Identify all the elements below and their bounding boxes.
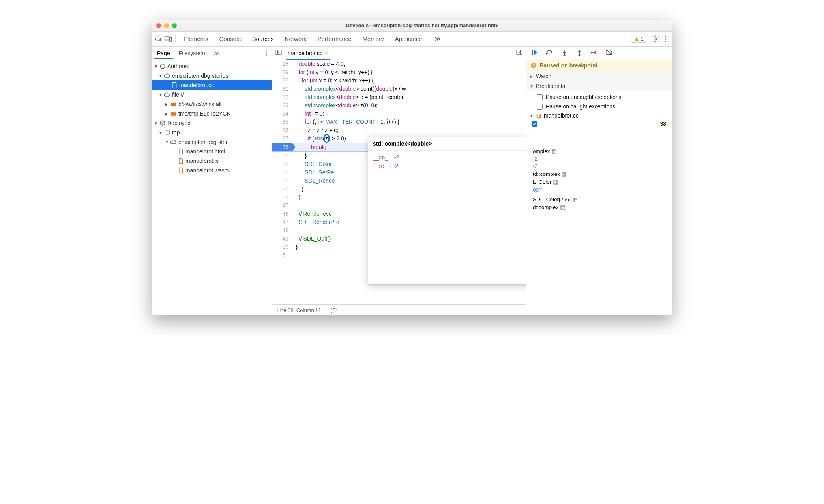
file-tree[interactable]: ▼Authored ▼emscripten-dbg-stories mandel… bbox=[152, 60, 272, 177]
scope-section: omplex ▦-2-2td::complex ▦L_Color ▦00⬚SDL… bbox=[526, 131, 672, 315]
tree-host[interactable]: ▼emscripten-dbg-stor bbox=[152, 137, 272, 147]
device-icon[interactable] bbox=[164, 35, 172, 43]
editor-tab-mandelbrot[interactable]: mandelbrot.cc× bbox=[286, 47, 330, 60]
svg-point-5 bbox=[665, 38, 666, 39]
resume-button[interactable] bbox=[530, 49, 538, 58]
svg-rect-1 bbox=[165, 37, 169, 40]
breakpoint-file[interactable]: ▼mandelbrot.cc bbox=[530, 111, 669, 120]
editor-tabs: mandelbrot.cc× bbox=[272, 47, 526, 60]
step-into-button[interactable] bbox=[560, 49, 568, 58]
main-panes: Page Filesystem ≫ ⋮ ▼Authored ▼emscripte… bbox=[152, 47, 672, 315]
more-icon[interactable] bbox=[661, 35, 669, 43]
titlebar: DevTools - emscripten-dbg-stories.netlif… bbox=[152, 20, 672, 32]
debugger-pane: Paused on breakpoint ▶Watch ▼Breakpoints… bbox=[526, 47, 672, 315]
tree-file-mandelbrot-cc[interactable]: mandelbrot.cc bbox=[152, 80, 272, 90]
tree-file-html[interactable]: mandelbrot.html bbox=[152, 147, 272, 156]
svg-rect-2 bbox=[169, 37, 171, 41]
tab-application[interactable]: Application bbox=[390, 32, 429, 45]
svg-point-14 bbox=[591, 52, 592, 53]
step-button[interactable] bbox=[590, 49, 598, 58]
svg-rect-17 bbox=[533, 67, 534, 67]
tab-console[interactable]: Console bbox=[215, 32, 246, 45]
step-over-button[interactable] bbox=[545, 49, 553, 58]
status-extra: (Fr bbox=[331, 307, 337, 313]
tree-project[interactable]: ▼emscripten-dbg-stories bbox=[152, 71, 272, 80]
watch-section[interactable]: ▶Watch bbox=[526, 71, 672, 81]
subtabs-overflow[interactable]: ≫ bbox=[211, 48, 223, 59]
svg-point-11 bbox=[546, 53, 547, 54]
hover-popup: std::complex<double> __im_: -2__re_: -2 bbox=[368, 137, 526, 285]
svg-point-3 bbox=[655, 38, 657, 40]
devtools-window: DevTools - emscripten-dbg-stories.netlif… bbox=[152, 20, 672, 315]
settings-icon[interactable] bbox=[652, 35, 660, 43]
close-tab-icon[interactable]: × bbox=[325, 50, 328, 56]
paused-banner: Paused on breakpoint bbox=[526, 60, 672, 71]
tree-folder-2[interactable]: ▶tmp/tmp.ELcTq2YGN bbox=[152, 109, 272, 118]
navigator-pane: Page Filesystem ≫ ⋮ ▼Authored ▼emscripte… bbox=[152, 47, 272, 315]
svg-rect-10 bbox=[532, 50, 533, 55]
tab-memory[interactable]: Memory bbox=[358, 32, 389, 45]
tree-authored[interactable]: ▼Authored bbox=[152, 62, 272, 71]
pause-uncaught-checkbox[interactable]: Pause on uncaught exceptions bbox=[530, 92, 669, 102]
editor-pane: mandelbrot.cc× 28 double scale = 4.0;29 … bbox=[272, 47, 526, 315]
tree-top[interactable]: ▼top bbox=[152, 128, 272, 137]
tree-file-js[interactable]: mandelbrot.js bbox=[152, 156, 272, 166]
navigator-subtabs: Page Filesystem ≫ ⋮ bbox=[152, 47, 272, 60]
tab-performance[interactable]: Performance bbox=[313, 32, 356, 45]
minimize-icon[interactable] bbox=[164, 23, 169, 28]
tree-deployed[interactable]: ▼Deployed bbox=[152, 118, 272, 128]
devtools-top-tabs: Elements Console Sources Network Perform… bbox=[152, 32, 672, 47]
window-controls bbox=[156, 23, 177, 28]
svg-point-12 bbox=[564, 54, 565, 56]
inspect-icon[interactable] bbox=[155, 35, 163, 43]
pause-caught-checkbox[interactable]: Pause on caught exceptions bbox=[530, 102, 669, 111]
tab-sources[interactable]: Sources bbox=[247, 32, 279, 45]
subtab-filesystem[interactable]: Filesystem bbox=[176, 48, 208, 59]
svg-point-4 bbox=[665, 36, 666, 37]
breakpoints-header[interactable]: ▼Breakpoints bbox=[526, 81, 672, 91]
toggle-debugger-icon[interactable] bbox=[516, 49, 523, 57]
maximize-icon[interactable] bbox=[172, 23, 177, 28]
tabs-overflow[interactable]: ≫ bbox=[430, 32, 446, 46]
svg-rect-16 bbox=[533, 64, 534, 66]
tree-file-wasm[interactable]: mandelbrot.wasm bbox=[152, 166, 272, 175]
debugger-toolbar bbox=[526, 47, 672, 60]
cursor-position: Line 38, Column 11 bbox=[277, 307, 321, 313]
window-title: DevTools - emscripten-dbg-stories.netlif… bbox=[177, 22, 668, 28]
warnings-badge[interactable]: 1 bbox=[631, 35, 646, 43]
breakpoint-line[interactable]: 38 bbox=[532, 120, 669, 128]
close-icon[interactable] bbox=[156, 23, 161, 28]
svg-point-13 bbox=[579, 54, 580, 56]
tab-elements[interactable]: Elements bbox=[179, 32, 213, 45]
subtab-page[interactable]: Page bbox=[154, 48, 173, 59]
popup-title: std::complex<double> bbox=[368, 137, 526, 151]
tab-network[interactable]: Network bbox=[280, 32, 311, 45]
toggle-navigator-icon[interactable] bbox=[275, 49, 282, 57]
svg-point-6 bbox=[665, 41, 666, 42]
breakpoints-section: ▼Breakpoints Pause on uncaught exception… bbox=[526, 81, 672, 131]
tree-file-scheme[interactable]: ▼file:// bbox=[152, 90, 272, 99]
code-editor[interactable]: 28 double scale = 4.0;29 for (int y = 0;… bbox=[272, 60, 526, 304]
subtabs-more-icon[interactable]: ⋮ bbox=[264, 50, 269, 56]
editor-statusbar: Line 38, Column 11 (Fr bbox=[272, 304, 526, 315]
svg-rect-7 bbox=[165, 131, 170, 134]
step-out-button[interactable] bbox=[575, 49, 583, 58]
tree-folder-1[interactable]: ▶b/s/w/ir/x/w/install bbox=[152, 99, 272, 109]
deactivate-breakpoints-button[interactable] bbox=[605, 49, 613, 58]
